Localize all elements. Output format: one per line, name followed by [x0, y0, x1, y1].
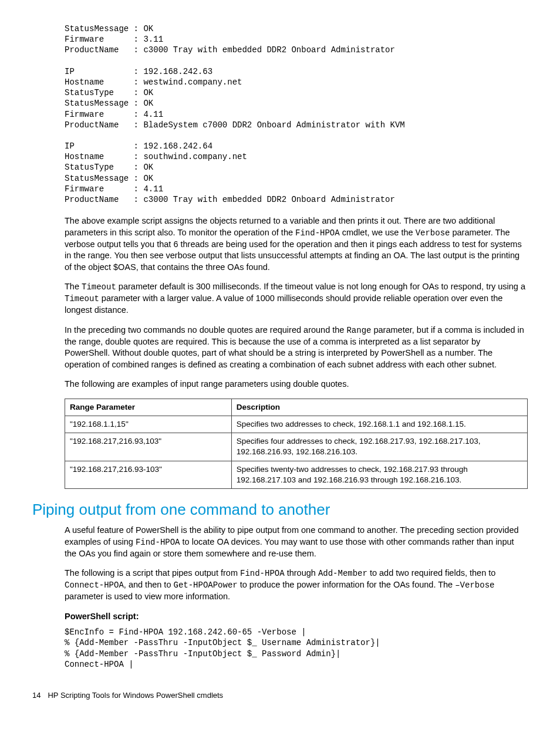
paragraph-1: The above example script assigns the obj… — [65, 215, 528, 273]
paragraph-5: A useful feature of PowerShell is the ab… — [65, 525, 528, 559]
text: through — [285, 568, 318, 578]
paragraph-3: In the preceding two commands no double … — [65, 325, 528, 371]
table-header: Description — [231, 399, 527, 416]
text: to add two required fields, then to — [367, 568, 495, 578]
inline-code: Connect-HPOA — [65, 580, 124, 590]
paragraph-2: The Timeout parameter default is 300 mil… — [65, 281, 528, 316]
range-parameter-table: Range Parameter Description "192.168.1.1… — [65, 399, 528, 489]
table-row: "192.168.1.1,15" Specifies two addresses… — [65, 416, 528, 433]
text: to produce the power information for the… — [238, 580, 456, 589]
inline-code: Find-HPOA — [240, 569, 285, 578]
inline-code: Timeout — [82, 282, 116, 292]
text: cmdlet, we use the — [340, 228, 416, 237]
code-script-block: $EncInfo = Find-HPOA 192.168.242.60-65 -… — [65, 627, 528, 670]
table-cell: Specifies four addresses to check, 192.1… — [231, 433, 527, 461]
text: , and then to — [124, 580, 174, 589]
table-header-row: Range Parameter Description — [65, 399, 528, 416]
text: parameter default is 300 milliseconds. I… — [116, 282, 525, 291]
inline-code: Timeout — [65, 294, 99, 303]
inline-code: Find-HPOA — [136, 538, 180, 547]
table-cell: "192.168.1.1,15" — [65, 416, 232, 433]
inline-code: Range — [346, 326, 371, 335]
text: parameter is used to view more informati… — [65, 592, 230, 601]
text: The following is a script that pipes out… — [65, 568, 240, 578]
section-heading-piping: Piping output from one command to anothe… — [32, 499, 528, 520]
code-output-block: StatusMessage : OK Firmware : 3.11 Produ… — [65, 23, 528, 205]
paragraph-4: The following are examples of input rang… — [65, 379, 528, 390]
inline-code: Get-HPOAPower — [173, 580, 237, 590]
table-cell: Specifies twenty-two addresses to check,… — [231, 461, 527, 488]
table-cell: "192.168.217,216.93-103" — [65, 461, 232, 488]
table-row: "192.168.217,216.93-103" Specifies twent… — [65, 461, 528, 488]
text: parameter with a larger value. A value o… — [65, 293, 502, 315]
table-header: Range Parameter — [65, 399, 232, 416]
inline-code: Verbose — [416, 228, 450, 238]
inline-code: Add-Member — [318, 569, 367, 578]
paragraph-6: The following is a script that pipes out… — [65, 568, 528, 602]
page-footer: 14HP Scripting Tools for Windows PowerSh… — [32, 690, 528, 701]
inline-code: –Verbose — [455, 580, 494, 590]
inline-code: Find-HPOA — [295, 228, 340, 238]
powershell-script-label: PowerShell script: — [65, 611, 528, 623]
table-row: "192.168.217,216.93,103" Specifies four … — [65, 433, 528, 461]
page-number: 14 — [32, 690, 41, 701]
footer-title: HP Scripting Tools for Windows PowerShel… — [48, 691, 223, 700]
text: In the preceding two commands no double … — [65, 325, 346, 335]
text: The — [65, 282, 82, 291]
table-cell: Specifies two addresses to check, 192.16… — [231, 416, 527, 433]
table-cell: "192.168.217,216.93,103" — [65, 433, 232, 461]
